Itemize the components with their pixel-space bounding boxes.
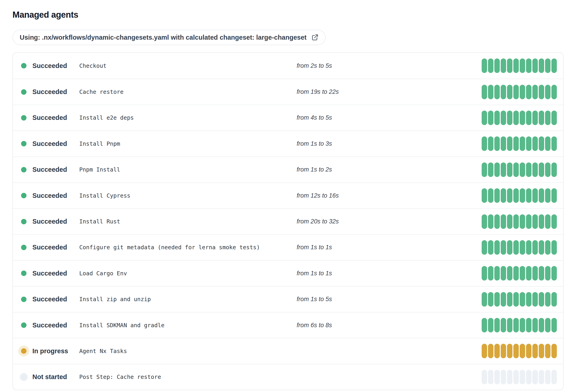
- status-label: Succeeded: [32, 295, 67, 303]
- bar-segment: [551, 266, 557, 280]
- bar-segment: [482, 266, 487, 280]
- progress-bar: [482, 85, 557, 99]
- bar-segment: [532, 292, 538, 307]
- status-dot: [21, 193, 27, 198]
- bar-segment: [532, 370, 538, 384]
- agent-step-row: Succeeded Install Cypress from 12s to 16…: [13, 182, 563, 208]
- step-duration: from 1s to 5s: [297, 296, 332, 303]
- agent-step-row: Succeeded Configure git metadata (needed…: [13, 234, 563, 260]
- bar-segment: [545, 266, 551, 280]
- bar-segment: [482, 240, 487, 255]
- bar-segment: [545, 292, 551, 307]
- bar-segment: [501, 188, 506, 203]
- agent-step-row: Succeeded Install zip and unzip from 1s …: [13, 286, 563, 312]
- bar-segment: [494, 292, 500, 307]
- bar-segment: [494, 136, 500, 151]
- bar-segment: [545, 188, 551, 203]
- bar-segment: [482, 344, 487, 358]
- bar-segment: [551, 136, 557, 151]
- bar-segment: [513, 188, 519, 203]
- bar-segment: [520, 292, 525, 307]
- status-dot: [21, 219, 27, 224]
- bar-segment: [545, 240, 551, 255]
- bar-segment: [507, 240, 512, 255]
- status-dot: [21, 89, 27, 95]
- bar-segment: [513, 214, 519, 229]
- step-name: Install e2e deps: [79, 114, 297, 121]
- bar-segment: [507, 85, 512, 99]
- bar-segment: [513, 318, 519, 332]
- bar-segment: [513, 85, 519, 99]
- progress-bar: [482, 58, 557, 73]
- progress-bar: [482, 370, 557, 384]
- page-title: Managed agents: [13, 10, 572, 20]
- progress-bar: [482, 240, 557, 255]
- bar-segment: [482, 370, 487, 384]
- workflow-config-badge[interactable]: Using: .nx/workflows/dynamic-changesets.…: [13, 30, 326, 45]
- bar-segment: [539, 266, 544, 280]
- bar-segment: [526, 111, 531, 125]
- bar-segment: [501, 266, 506, 280]
- bar-segment: [526, 240, 531, 255]
- status-label: Succeeded: [32, 88, 67, 96]
- bar-segment: [545, 136, 551, 151]
- bar-segment: [526, 292, 531, 307]
- status-dot-wrap: [21, 63, 27, 68]
- status-dot: [21, 271, 27, 276]
- step-duration: from 1s to 2s: [297, 166, 332, 173]
- bar-segment: [507, 214, 512, 229]
- bar-segment: [488, 58, 493, 73]
- progress-bar: [482, 318, 557, 332]
- bar-segment: [482, 214, 487, 229]
- bar-segment: [551, 318, 557, 332]
- bar-segment: [539, 370, 544, 384]
- status-label: Succeeded: [32, 244, 67, 251]
- bar-segment: [513, 111, 519, 125]
- bar-segment: [501, 58, 506, 73]
- bar-segment: [545, 344, 551, 358]
- bar-segment: [482, 292, 487, 307]
- agent-step-row: Succeeded Install Rust from 20s to 32s: [13, 208, 563, 234]
- status-label: Succeeded: [32, 270, 67, 277]
- workflow-config-label: Using: .nx/workflows/dynamic-changesets.…: [20, 34, 307, 41]
- bar-segment: [532, 58, 538, 73]
- bar-segment: [494, 111, 500, 125]
- bar-segment: [532, 85, 538, 99]
- bar-segment: [539, 318, 544, 332]
- bar-segment: [539, 58, 544, 73]
- bar-segment: [520, 266, 525, 280]
- external-link-icon[interactable]: [311, 33, 319, 41]
- bar-segment: [488, 111, 493, 125]
- bar-segment: [545, 318, 551, 332]
- status-label: Succeeded: [32, 140, 67, 147]
- status-label: Succeeded: [32, 192, 67, 199]
- status-dot: [21, 63, 27, 68]
- status-dot-wrap: [21, 115, 27, 121]
- bar-segment: [539, 344, 544, 358]
- status-dot-wrap: [21, 89, 27, 95]
- status-dot-wrap: [21, 322, 27, 328]
- bar-segment: [539, 163, 544, 177]
- status-dot-wrap: [21, 193, 27, 198]
- bar-segment: [545, 163, 551, 177]
- bar-segment: [551, 111, 557, 125]
- bar-segment: [482, 163, 487, 177]
- bar-segment: [532, 188, 538, 203]
- step-name: Install Pnpm: [79, 141, 297, 147]
- step-duration: from 20s to 32s: [297, 218, 339, 225]
- status-label: Succeeded: [32, 166, 67, 173]
- bar-segment: [532, 240, 538, 255]
- agent-step-row: Not started Post Step: Cache restore: [13, 364, 563, 390]
- bar-segment: [551, 214, 557, 229]
- bar-segment: [494, 240, 500, 255]
- status-label: Not started: [32, 373, 67, 381]
- bar-segment: [526, 266, 531, 280]
- bar-segment: [545, 58, 551, 73]
- bar-segment: [501, 318, 506, 332]
- bar-segment: [494, 163, 500, 177]
- bar-segment: [501, 344, 506, 358]
- bar-segment: [520, 240, 525, 255]
- bar-segment: [520, 58, 525, 73]
- bar-segment: [482, 188, 487, 203]
- step-name: Load Cargo Env: [79, 270, 297, 277]
